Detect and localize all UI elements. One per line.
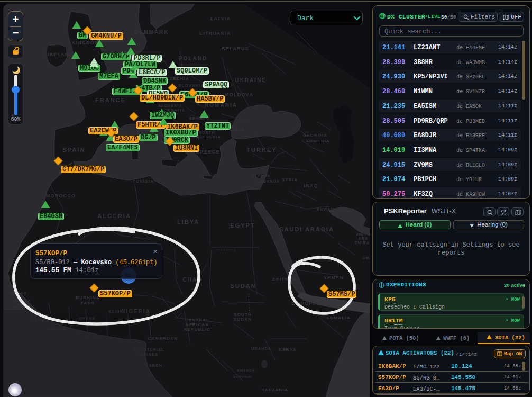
svg-text:KINGDOM: KINGDOM bbox=[72, 40, 99, 46]
svg-text:EGYPT: EGYPT bbox=[230, 222, 255, 229]
svg-text:GAMBIA: GAMBIA bbox=[10, 292, 27, 295]
svg-text:UNIT: UNIT bbox=[355, 232, 366, 236]
svg-text:FRANCE: FRANCE bbox=[95, 97, 126, 103]
svg-text:FASO: FASO bbox=[81, 301, 95, 305]
svg-text:KENYA: KENYA bbox=[279, 347, 296, 352]
svg-text:ARMENIA: ARMENIA bbox=[306, 139, 330, 143]
svg-text:SOMALIA: SOMALIA bbox=[326, 315, 350, 320]
svg-text:LEBANON: LEBANON bbox=[257, 179, 280, 183]
svg-text:UKRAINE: UKRAINE bbox=[235, 77, 267, 83]
svg-text:CYPRUS: CYPRUS bbox=[251, 174, 270, 178]
svg-text:SLOVENIA: SLOVENIA bbox=[158, 104, 182, 107]
svg-text:REPUBLIC: REPUBLIC bbox=[184, 327, 211, 332]
svg-text:IRAQ: IRAQ bbox=[304, 183, 318, 188]
svg-text:ROMANIA: ROMANIA bbox=[205, 102, 237, 108]
svg-text:GREECE: GREECE bbox=[196, 149, 219, 155]
svg-text:CZECHIA: CZECHIA bbox=[166, 76, 189, 81]
svg-text:GUINEA: GUINEA bbox=[15, 299, 31, 302]
svg-text:IRELAND: IRELAND bbox=[48, 52, 73, 57]
svg-text:SUDAN: SUDAN bbox=[234, 317, 252, 322]
svg-text:ETHIOPIA: ETHIOPIA bbox=[291, 301, 319, 306]
svg-text:LIBYA: LIBYA bbox=[177, 219, 199, 225]
svg-text:EMIRA: EMIRA bbox=[355, 241, 370, 245]
svg-text:KUWAIT: KUWAIT bbox=[317, 207, 336, 211]
svg-text:YEMEN: YEMEN bbox=[324, 275, 344, 281]
svg-text:AFRICAN: AFRICAN bbox=[186, 322, 209, 327]
svg-text:RWANDA: RWANDA bbox=[237, 369, 255, 372]
svg-text:ERITREA: ERITREA bbox=[272, 277, 296, 282]
svg-text:BISSAU: BISSAU bbox=[13, 305, 29, 308]
svg-text:ARA: ARA bbox=[359, 237, 369, 240]
svg-text:BURKINA: BURKINA bbox=[76, 295, 99, 300]
svg-text:LITHUANIA: LITHUANIA bbox=[199, 31, 231, 36]
svg-text:TUNISIA: TUNISIA bbox=[133, 179, 154, 184]
svg-text:DENMARK: DENMARK bbox=[134, 29, 169, 35]
svg-text:SLOVAKIA: SLOVAKIA bbox=[178, 83, 205, 88]
svg-text:MOLDOVA: MOLDOVA bbox=[225, 92, 253, 97]
svg-text:SPAIN: SPAIN bbox=[63, 147, 86, 153]
svg-text:GEORGIA: GEORGIA bbox=[303, 133, 327, 138]
svg-text:BURUNDI: BURUNDI bbox=[233, 375, 252, 378]
svg-text:GABON: GABON bbox=[145, 364, 162, 367]
svg-text:BELARUS: BELARUS bbox=[222, 46, 249, 51]
svg-text:SYRIA: SYRIA bbox=[282, 177, 298, 182]
svg-text:CAMEROON: CAMEROON bbox=[148, 336, 178, 341]
svg-text:UGANDA: UGANDA bbox=[251, 347, 271, 350]
svg-text:MOROCCO: MOROCCO bbox=[46, 193, 76, 198]
svg-text:OMA: OMA bbox=[362, 256, 370, 260]
svg-text:LATVIA: LATVIA bbox=[210, 16, 231, 21]
svg-text:CENTRAL: CENTRAL bbox=[185, 318, 210, 322]
svg-text:NORTH: NORTH bbox=[199, 131, 215, 134]
svg-text:POLAND: POLAND bbox=[179, 56, 207, 61]
svg-text:SAUDI ARABIA: SAUDI ARABIA bbox=[279, 226, 334, 232]
svg-text:ALGERIA: ALGERIA bbox=[97, 213, 131, 219]
svg-text:CHAD: CHAD bbox=[183, 277, 203, 283]
svg-text:TANZANIA: TANZANIA bbox=[262, 387, 288, 392]
svg-text:TURKEY: TURKEY bbox=[246, 147, 277, 153]
svg-text:SOUTH: SOUTH bbox=[234, 312, 252, 317]
svg-text:SUDAN: SUDAN bbox=[230, 283, 256, 289]
